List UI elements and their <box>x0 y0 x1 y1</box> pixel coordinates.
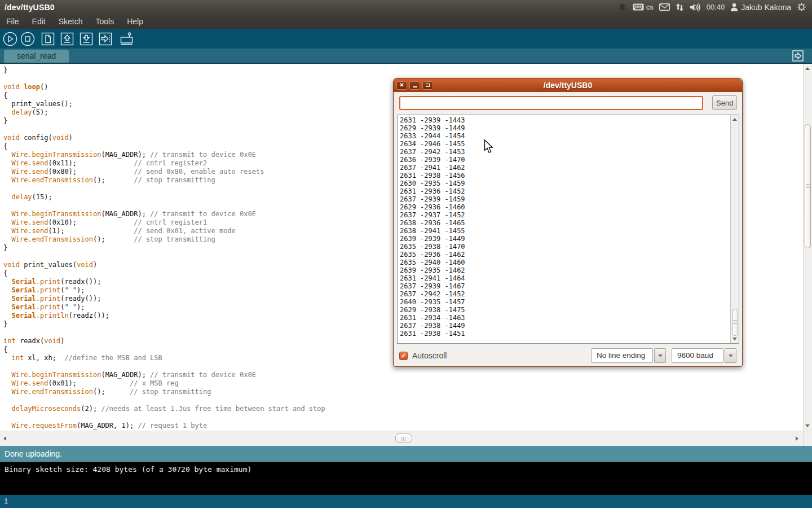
scroll-left-icon[interactable] <box>3 436 6 441</box>
send-button[interactable]: Send <box>712 95 737 110</box>
status-message: Done uploading. <box>5 449 62 458</box>
new-sketch-button[interactable] <box>41 32 55 46</box>
scroll-up-icon[interactable] <box>805 67 810 70</box>
user-icon <box>730 3 738 11</box>
serial-monitor-title: /dev/ttyUSB0 <box>394 81 742 90</box>
tab-menu-button[interactable] <box>792 50 804 64</box>
serial-output: 2631 -2939 -1443 2629 -2939 -1449 2633 -… <box>398 115 739 338</box>
upload-button[interactable] <box>99 32 112 46</box>
line-ending-value[interactable]: No line ending <box>591 348 653 363</box>
minimize-icon[interactable] <box>409 81 420 90</box>
chevron-down-icon <box>729 354 733 357</box>
close-icon[interactable]: ✕ <box>396 81 407 90</box>
editor-horizontal-scrollbar[interactable] <box>0 431 812 446</box>
serial-vscroll-thumb[interactable] <box>732 309 738 336</box>
line-ending-dropdown-button[interactable] <box>654 348 666 363</box>
menu-help[interactable]: Help <box>127 17 143 26</box>
ide-toolbar <box>0 29 812 49</box>
menu-sketch[interactable]: Sketch <box>59 17 83 26</box>
baud-dropdown-button[interactable] <box>725 348 736 363</box>
serial-input[interactable] <box>399 96 703 110</box>
editor-vertical-scrollbar[interactable] <box>803 64 812 431</box>
menu-file[interactable]: File <box>6 17 19 26</box>
editor-vscroll-thumb[interactable] <box>805 124 811 248</box>
serial-scroll-down-icon[interactable] <box>732 338 737 340</box>
mail-icon[interactable] <box>659 3 670 11</box>
code-line: } <box>3 66 803 75</box>
code-line: Wire.send(0x01); // x MSB reg <box>3 379 803 388</box>
baud-rate-select[interactable]: 9600 baud <box>672 348 736 363</box>
menu-tools[interactable]: Tools <box>96 17 114 26</box>
editor-hscroll-thumb[interactable] <box>395 433 412 443</box>
window-title: /dev/ttyUSB0 <box>5 3 55 12</box>
indicator-icon[interactable] <box>617 2 627 12</box>
serial-monitor-footer: ✓ Autoscroll No line ending 9600 baud <box>394 348 742 363</box>
line-number-bar: 1 <box>0 495 812 508</box>
desktop-panel: /dev/ttyUSB0 cs 00:40 Jakub Kakona <box>0 0 812 14</box>
code-line <box>3 396 803 405</box>
verify-button[interactable] <box>2 31 18 47</box>
menu-edit[interactable]: Edit <box>32 17 46 26</box>
keyboard-layout-label: cs <box>646 3 654 11</box>
maximize-icon[interactable] <box>422 81 433 90</box>
serial-scroll-up-icon[interactable] <box>732 118 737 121</box>
open-sketch-button[interactable] <box>60 32 74 46</box>
keyboard-icon <box>633 3 644 11</box>
code-line: Wire.endTransmission(); // stop transmit… <box>3 388 803 396</box>
network-icon[interactable] <box>676 3 684 12</box>
serial-vertical-scrollbar[interactable] <box>730 115 739 343</box>
scrollbar-corner <box>803 431 812 446</box>
serial-output-area[interactable]: 2631 -2939 -1443 2629 -2939 -1449 2633 -… <box>397 115 739 344</box>
window-controls: ✕ <box>396 81 433 90</box>
keyboard-layout-indicator[interactable]: cs <box>633 3 654 11</box>
line-ending-select[interactable]: No line ending <box>591 348 666 363</box>
current-line-number: 1 <box>4 497 8 505</box>
serial-monitor-window: /dev/ttyUSB0 ✕ Send 2631 -2939 -1443 262… <box>393 78 743 367</box>
code-line <box>3 413 803 422</box>
system-tray: cs 00:40 Jakub Kakona <box>617 2 812 12</box>
serial-monitor-button[interactable] <box>119 32 134 46</box>
menu-bar: FileEditSketchToolsHelp <box>0 14 812 29</box>
autoscroll-checkbox[interactable]: ✓ <box>399 352 408 360</box>
stop-button[interactable] <box>20 31 36 47</box>
user-menu[interactable]: Jakub Kakona <box>730 3 791 12</box>
tab-serial-read[interactable]: serial_read <box>4 50 69 63</box>
code-line: Wire.beginTransmission(MAG_ADDR); // tra… <box>3 371 803 379</box>
tab-bar: serial_read <box>0 49 812 64</box>
username: Jakub Kakona <box>741 3 791 12</box>
code-line: delayMicroseconds(2); //needs at least 1… <box>3 405 803 413</box>
status-bar: Done uploading. <box>0 446 812 462</box>
baud-rate-value[interactable]: 9600 baud <box>672 348 723 363</box>
mouse-cursor <box>484 139 495 157</box>
console-text: Binary sketch size: 4208 bytes (of a 307… <box>5 465 251 474</box>
autoscroll-label: Autoscroll <box>412 351 447 360</box>
code-line: Wire.requestFrom(MAG_ADDR, 1); // reques… <box>3 422 803 430</box>
console-output: Binary sketch size: 4208 bytes (of a 307… <box>0 462 812 495</box>
serial-monitor-titlebar[interactable]: /dev/ttyUSB0 ✕ <box>394 78 742 92</box>
scroll-right-icon[interactable] <box>796 436 798 441</box>
volume-icon[interactable] <box>690 3 701 12</box>
clock[interactable]: 00:40 <box>707 3 725 11</box>
scroll-down-icon[interactable] <box>805 424 810 427</box>
save-sketch-button[interactable] <box>80 32 93 46</box>
session-gear-icon[interactable] <box>797 2 806 12</box>
chevron-down-icon <box>658 354 663 357</box>
